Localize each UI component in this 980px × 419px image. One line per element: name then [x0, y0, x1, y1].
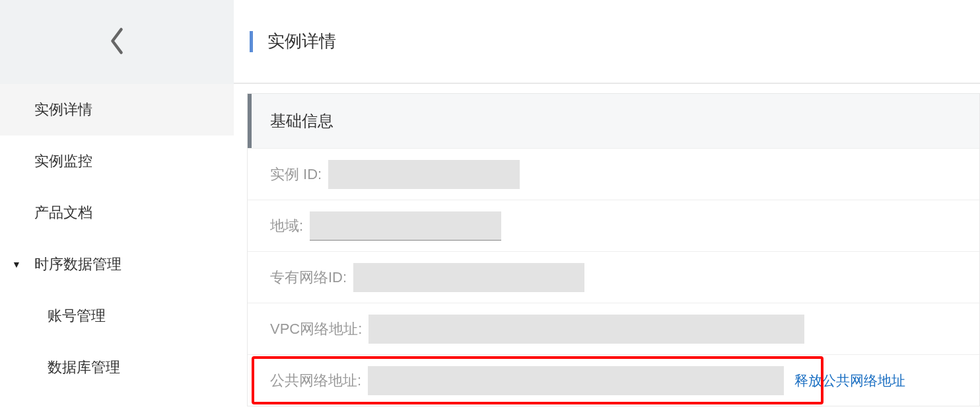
instance-id-value-redacted [328, 160, 520, 189]
sidebar-item-label: 实例监控 [34, 151, 92, 171]
sidebar-item-label: 账号管理 [48, 306, 106, 326]
sidebar-item-label: 时序数据管理 [34, 254, 122, 274]
row-vpc-addr: VPC网络地址: [248, 303, 979, 354]
title-accent-bar [250, 31, 253, 52]
row-vpc-id: 专有网络ID: [248, 251, 979, 303]
basic-info-panel: 基础信息 实例 ID: 地域: 专有网络ID: VPC网络地址: 公共网络地址: [247, 93, 980, 406]
instance-id-label: 实例 ID: [270, 165, 322, 184]
row-region: 地域: [248, 200, 979, 251]
public-addr-label: 公共网络地址: [270, 371, 361, 391]
vpc-addr-label: VPC网络地址: [270, 319, 362, 339]
sidebar-item-label: 产品文档 [34, 203, 92, 223]
sidebar-item-instance-monitor[interactable]: 实例监控 [0, 135, 234, 187]
main: 实例详情 基础信息 实例 ID: 地域: 专有网络ID: VPC网络地址: [234, 0, 980, 419]
sidebar-item-label: 数据库管理 [48, 358, 120, 377]
sidebar-item-instance-details[interactable]: 实例详情 [0, 84, 234, 135]
vpc-addr-value-redacted [368, 315, 804, 344]
page-title-wrap: 实例详情 [250, 30, 336, 53]
row-instance-id: 实例 ID: [248, 148, 979, 200]
content: 基础信息 实例 ID: 地域: 专有网络ID: VPC网络地址: 公共网络地址: [234, 84, 980, 419]
region-label: 地域: [270, 216, 303, 236]
sidebar-item-label: 实例详情 [34, 100, 92, 120]
panel-header: 基础信息 [248, 94, 979, 148]
sidebar-back[interactable] [0, 0, 234, 84]
sidebar-item-tsdata-mgmt[interactable]: ▼ 时序数据管理 [0, 239, 234, 290]
sidebar-nav: 实例详情 实例监控 产品文档 ▼ 时序数据管理 账号管理 数据库管理 [0, 84, 234, 393]
caret-down-icon: ▼ [12, 259, 21, 270]
region-value-redacted [310, 211, 501, 241]
sidebar-item-product-docs[interactable]: 产品文档 [0, 187, 234, 239]
chevron-left-icon [108, 26, 126, 58]
vpc-id-value-redacted [353, 263, 584, 292]
sidebar-subitem-database-mgmt[interactable]: 数据库管理 [0, 342, 234, 393]
row-public-addr: 公共网络地址: 释放公共网络地址 [248, 354, 979, 406]
release-public-addr-link[interactable]: 释放公共网络地址 [794, 371, 905, 390]
sidebar-subitem-account-mgmt[interactable]: 账号管理 [0, 290, 234, 342]
page-title: 实例详情 [267, 30, 336, 53]
main-header: 实例详情 [234, 0, 980, 84]
public-addr-value-redacted [368, 366, 784, 395]
sidebar: 实例详情 实例监控 产品文档 ▼ 时序数据管理 账号管理 数据库管理 [0, 0, 234, 419]
vpc-id-label: 专有网络ID: [270, 268, 347, 287]
panel-title: 基础信息 [270, 110, 333, 132]
